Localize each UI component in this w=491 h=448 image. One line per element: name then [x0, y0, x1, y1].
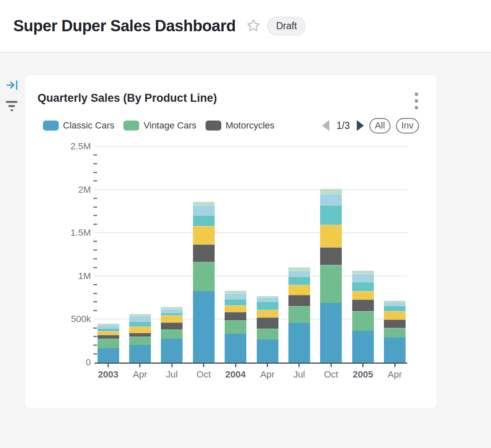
bar-segment-series-5-teal[interactable]	[98, 328, 119, 331]
card-menu-button[interactable]	[410, 90, 423, 112]
legend-next-arrow-icon[interactable]	[357, 120, 364, 131]
bar-segment-series-4-yellow[interactable]	[98, 331, 119, 335]
bar-segment-vintage-cars[interactable]	[352, 311, 374, 331]
collapse-panel-icon	[6, 86, 18, 92]
bar-segment-vintage-cars[interactable]	[257, 329, 278, 340]
filter-button[interactable]	[5, 100, 18, 113]
bar-segment-series-4-yellow[interactable]	[225, 305, 246, 312]
bar-segment-motorcycles[interactable]	[257, 317, 278, 329]
bar-segment-series-5-teal[interactable]	[288, 277, 310, 285]
star-icon	[246, 18, 261, 34]
bar-apr-5[interactable]	[257, 296, 278, 362]
bar-segment-series-4-yellow[interactable]	[257, 310, 278, 317]
bar-segment-series-7-lightgreen[interactable]	[193, 202, 215, 205]
bar-segment-series-6-lightblue[interactable]	[320, 194, 342, 206]
y-axis-minor-tick	[93, 336, 97, 337]
legend-item-classic-cars[interactable]: Classic Cars	[43, 120, 114, 131]
bar-segment-series-6-lightblue[interactable]	[225, 293, 246, 299]
bar-segment-classic-cars[interactable]	[225, 334, 246, 362]
bar-segment-motorcycles[interactable]	[225, 312, 246, 320]
x-axis-tick	[108, 364, 109, 367]
bar-segment-vintage-cars[interactable]	[320, 265, 342, 303]
favorite-star-button[interactable]	[246, 18, 261, 34]
bar-2003-0[interactable]	[98, 324, 119, 362]
bar-segment-series-6-lightblue[interactable]	[193, 205, 215, 215]
bar-segment-classic-cars[interactable]	[98, 348, 119, 362]
bar-segment-motorcycles[interactable]	[384, 320, 406, 328]
bar-segment-classic-cars[interactable]	[193, 291, 215, 362]
legend-inv-button[interactable]: Inv	[396, 118, 419, 133]
bar-segment-classic-cars[interactable]	[129, 345, 151, 362]
collapse-panel-button[interactable]	[6, 79, 18, 92]
page-header: Super Duper Sales Dashboard Draft	[0, 0, 491, 53]
bar-oct-3[interactable]	[193, 202, 215, 362]
bar-segment-series-6-lightblue[interactable]	[129, 316, 151, 322]
bar-segment-classic-cars[interactable]	[320, 303, 342, 362]
bar-segment-vintage-cars[interactable]	[193, 262, 215, 291]
y-axis-label: 1M	[41, 272, 91, 281]
bar-segment-series-4-yellow[interactable]	[161, 315, 183, 322]
legend-item-vintage-cars[interactable]: Vintage Cars	[123, 120, 196, 131]
x-axis-line	[95, 362, 407, 364]
y-axis-minor-tick	[93, 198, 97, 199]
status-badge: Draft	[267, 17, 306, 35]
bar-jul-6[interactable]	[288, 267, 310, 362]
bar-segment-series-6-lightblue[interactable]	[288, 271, 310, 277]
bar-segment-motorcycles[interactable]	[98, 335, 119, 339]
legend-all-button[interactable]: All	[369, 118, 390, 133]
bar-segment-classic-cars[interactable]	[352, 331, 374, 362]
bar-apr-1[interactable]	[129, 314, 151, 362]
bar-2005-8[interactable]	[352, 271, 374, 362]
bar-segment-series-5-teal[interactable]	[352, 282, 374, 291]
y-axis-label: 0	[41, 358, 91, 367]
bar-segment-vintage-cars[interactable]	[161, 330, 183, 339]
bar-segment-classic-cars[interactable]	[288, 323, 310, 362]
bar-segment-motorcycles[interactable]	[320, 247, 342, 265]
bar-segment-vintage-cars[interactable]	[98, 339, 119, 348]
bar-segment-series-5-teal[interactable]	[320, 205, 342, 225]
bar-segment-motorcycles[interactable]	[352, 300, 374, 311]
bar-segment-vintage-cars[interactable]	[384, 328, 406, 337]
bar-segment-series-7-lightgreen[interactable]	[352, 271, 374, 274]
bar-segment-motorcycles[interactable]	[288, 295, 310, 306]
bar-segment-series-4-yellow[interactable]	[288, 285, 310, 295]
bar-segment-series-4-yellow[interactable]	[384, 311, 406, 320]
bar-segment-motorcycles[interactable]	[193, 244, 215, 262]
x-axis-tick	[362, 364, 363, 367]
bar-segment-vintage-cars[interactable]	[225, 320, 246, 333]
legend-swatch	[43, 121, 59, 131]
y-axis-minor-tick	[93, 267, 97, 268]
bar-oct-7[interactable]	[320, 189, 342, 362]
bar-segment-classic-cars[interactable]	[384, 337, 406, 362]
bar-segment-series-6-lightblue[interactable]	[384, 302, 406, 305]
bar-segment-series-6-lightblue[interactable]	[352, 274, 374, 282]
bar-segment-series-7-lightgreen[interactable]	[320, 189, 342, 194]
bar-apr-9[interactable]	[384, 301, 406, 362]
bar-segment-series-6-lightblue[interactable]	[257, 297, 278, 302]
legend-item-motorcycles[interactable]: Motorcycles	[205, 120, 274, 131]
bar-segment-classic-cars[interactable]	[161, 339, 183, 362]
bar-segment-series-5-teal[interactable]	[225, 299, 246, 305]
bar-segment-vintage-cars[interactable]	[129, 337, 151, 345]
bar-segment-series-7-lightgreen[interactable]	[288, 267, 310, 271]
bar-segment-classic-cars[interactable]	[257, 340, 278, 362]
bar-segment-series-5-teal[interactable]	[129, 322, 151, 327]
bar-segment-motorcycles[interactable]	[161, 322, 183, 330]
bar-segment-series-5-teal[interactable]	[193, 215, 215, 227]
bar-segment-series-4-yellow[interactable]	[352, 291, 374, 300]
bar-segment-series-4-yellow[interactable]	[129, 327, 151, 333]
legend-prev-arrow-icon[interactable]	[322, 120, 329, 131]
bar-segment-motorcycles[interactable]	[129, 333, 151, 337]
bar-segment-series-5-teal[interactable]	[384, 306, 406, 311]
bar-segment-series-6-lightblue[interactable]	[98, 325, 119, 328]
bar-segment-series-5-teal[interactable]	[257, 302, 278, 310]
bar-segment-series-7-lightgreen[interactable]	[225, 291, 246, 294]
bar-segment-series-6-lightblue[interactable]	[161, 309, 183, 313]
bar-segment-series-5-teal[interactable]	[161, 313, 183, 316]
bar-jul-2[interactable]	[161, 307, 183, 362]
bar-2004-4[interactable]	[225, 291, 246, 362]
bar-segment-vintage-cars[interactable]	[288, 306, 310, 322]
bar-segment-series-4-yellow[interactable]	[193, 226, 215, 244]
y-axis-label: 1.5M	[41, 228, 91, 237]
bar-segment-series-4-yellow[interactable]	[320, 225, 342, 247]
